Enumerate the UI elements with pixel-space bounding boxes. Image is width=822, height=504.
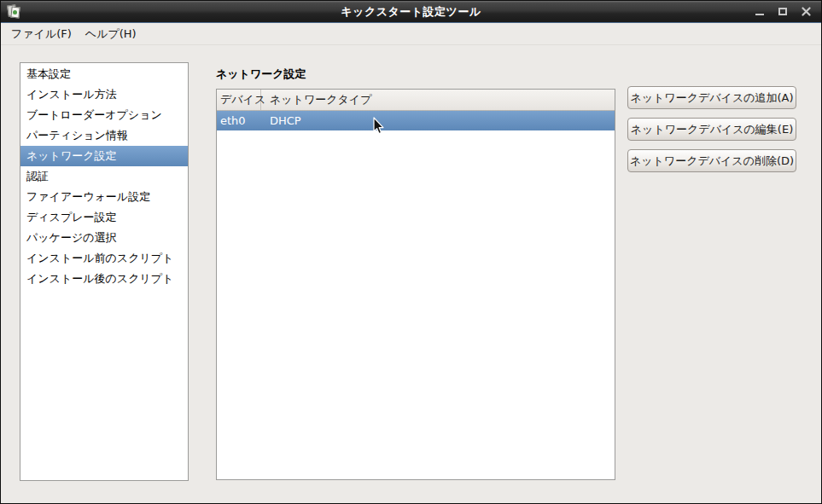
table-header-row: デバイス ネットワークタイプ bbox=[217, 90, 615, 111]
sidebar-item-pre-install-script[interactable]: インストール前のスクリプト bbox=[20, 248, 188, 269]
device-action-buttons: ネットワークデバイスの追加(A) ネットワークデバイスの編集(E) ネットワーク… bbox=[627, 86, 796, 172]
titlebar: キックスタート設定ツール bbox=[1, 1, 821, 23]
column-header-device[interactable]: デバイス bbox=[217, 90, 261, 110]
cell-network-type: DHCP bbox=[261, 114, 301, 127]
page-title: ネットワーク設定 bbox=[216, 67, 306, 82]
menu-file[interactable]: ファイル(F) bbox=[4, 24, 79, 44]
minimize-icon[interactable] bbox=[753, 5, 767, 19]
cell-device: eth0 bbox=[217, 114, 261, 127]
sidebar-item-bootloader-options[interactable]: ブートローダーオプション bbox=[20, 105, 188, 125]
menubar: ファイル(F) ヘルプ(H) bbox=[1, 23, 821, 45]
table-row-eth0[interactable]: eth0 DHCP bbox=[217, 111, 615, 130]
app-window: キックスタート設定ツール ファイル(F) ヘルプ(H) 基本設定 インストール方… bbox=[0, 0, 822, 504]
close-icon[interactable] bbox=[799, 5, 813, 19]
sidebar-item-partition-info[interactable]: パーティション情報 bbox=[20, 125, 188, 146]
column-header-network-type[interactable]: ネットワークタイプ bbox=[261, 90, 615, 110]
sidebar-item-firewall-settings[interactable]: ファイアーウォール設定 bbox=[20, 187, 188, 207]
maximize-icon[interactable] bbox=[776, 5, 790, 19]
kickstart-app-icon bbox=[6, 4, 21, 20]
menu-help[interactable]: ヘルプ(H) bbox=[79, 24, 143, 44]
sidebar-item-post-install-script[interactable]: インストール後のスクリプト bbox=[20, 269, 188, 289]
sidebar-item-authentication[interactable]: 認証 bbox=[20, 166, 188, 187]
window-title: キックスタート設定ツール bbox=[1, 4, 821, 20]
sidebar-item-install-method[interactable]: インストール方法 bbox=[20, 84, 188, 105]
delete-network-device-button[interactable]: ネットワークデバイスの削除(D) bbox=[627, 149, 796, 172]
sidebar-item-package-selection[interactable]: パッケージの選択 bbox=[20, 228, 188, 248]
content-area: 基本設定 インストール方法 ブートローダーオプション パーティション情報 ネット… bbox=[1, 46, 821, 503]
sidebar-item-basic-settings[interactable]: 基本設定 bbox=[20, 64, 188, 84]
network-device-table: デバイス ネットワークタイプ eth0 DHCP bbox=[216, 89, 615, 480]
window-controls bbox=[753, 5, 816, 19]
add-network-device-button[interactable]: ネットワークデバイスの追加(A) bbox=[627, 86, 796, 109]
edit-network-device-button[interactable]: ネットワークデバイスの編集(E) bbox=[627, 118, 796, 141]
sidebar-item-network-settings[interactable]: ネットワーク設定 bbox=[20, 146, 188, 166]
category-list: 基本設定 インストール方法 ブートローダーオプション パーティション情報 ネット… bbox=[20, 62, 189, 481]
sidebar-item-display-settings[interactable]: ディスプレー設定 bbox=[20, 207, 188, 228]
